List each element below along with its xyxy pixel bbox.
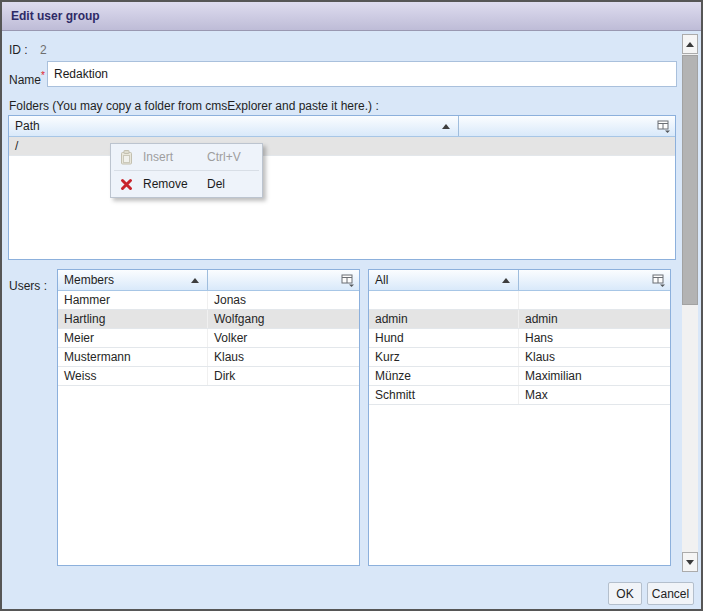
table-cell: [459, 137, 675, 155]
sort-ascending-icon: [442, 124, 450, 129]
folders-column-header-path[interactable]: Path: [9, 116, 459, 136]
all-users-table-body: adminadminHundHansKurzKlausMünzeMaximili…: [369, 291, 670, 565]
all-column-header-blank[interactable]: [519, 270, 670, 290]
table-cell: Maximilian: [519, 367, 670, 385]
users-label: Users :: [9, 279, 47, 293]
menu-item-shortcut: Ctrl+V: [207, 150, 255, 164]
table-row[interactable]: adminadmin: [369, 310, 670, 329]
scroll-down-button[interactable]: [682, 552, 698, 572]
table-cell: Hammer: [58, 291, 208, 309]
table-cell: Wolfgang: [208, 310, 359, 328]
triangle-down-icon: [686, 560, 694, 565]
clipboard-icon: [118, 150, 135, 165]
cancel-button[interactable]: Cancel: [647, 582, 694, 605]
dialog-titlebar[interactable]: Edit user group: [2, 2, 701, 31]
table-cell: Hartling: [58, 310, 208, 328]
folders-table-header[interactable]: Path: [9, 116, 675, 137]
table-row[interactable]: MeierVolker: [58, 329, 359, 348]
menu-item-shortcut: Del: [207, 177, 255, 191]
members-table-header[interactable]: Members: [58, 270, 359, 291]
ok-button[interactable]: OK: [608, 582, 642, 605]
table-cell: Meier: [58, 329, 208, 347]
table-row[interactable]: HammerJonas: [58, 291, 359, 310]
table-cell: Volker: [208, 329, 359, 347]
members-table-body: HammerJonasHartlingWolfgangMeierVolkerMu…: [58, 291, 359, 565]
all-users-table-header[interactable]: All: [369, 270, 670, 291]
table-cell: Klaus: [208, 348, 359, 366]
folders-table: Path /: [8, 115, 676, 260]
scrollbar-thumb[interactable]: [682, 55, 698, 305]
table-cell: Hund: [369, 329, 519, 347]
field-chooser-icon[interactable]: [341, 274, 355, 287]
sort-ascending-icon: [502, 278, 510, 283]
table-cell: Hans: [519, 329, 670, 347]
menu-item-remove[interactable]: Remove Del: [112, 172, 261, 196]
vertical-scrollbar[interactable]: [682, 34, 698, 572]
all-users-table: All adminadminHundHansKurzKlausMünzeMaxi…: [368, 269, 671, 566]
context-menu: Insert Ctrl+V Remove Del: [110, 143, 263, 198]
table-row[interactable]: KurzKlaus: [369, 348, 670, 367]
name-label: Name* :: [9, 70, 52, 87]
members-table: Members HammerJonasHartlingWolfgangMeier…: [57, 269, 360, 566]
table-cell: Dirk: [208, 367, 359, 385]
menu-item-label: Remove: [143, 177, 188, 191]
triangle-up-icon: [686, 42, 694, 47]
field-chooser-icon[interactable]: [657, 120, 671, 133]
table-row[interactable]: MustermannKlaus: [58, 348, 359, 367]
required-asterisk: *: [41, 70, 45, 81]
id-value: 2: [40, 43, 47, 57]
all-column-header[interactable]: All: [369, 270, 519, 290]
table-row[interactable]: HundHans: [369, 329, 670, 348]
sort-ascending-icon: [191, 278, 199, 283]
table-cell: Klaus: [519, 348, 670, 366]
members-column-header[interactable]: Members: [58, 270, 208, 290]
table-cell: Jonas: [208, 291, 359, 309]
edit-user-group-dialog: Edit user group ID : 2 Name* : Folders (…: [0, 0, 703, 611]
table-cell: Kurz: [369, 348, 519, 366]
table-cell: [519, 291, 670, 309]
table-cell: [369, 291, 519, 309]
table-cell: Weiss: [58, 367, 208, 385]
folders-table-body: /: [9, 137, 675, 259]
table-row[interactable]: HartlingWolfgang: [58, 310, 359, 329]
table-cell: admin: [369, 310, 519, 328]
table-row[interactable]: WeissDirk: [58, 367, 359, 386]
id-label: ID :: [9, 43, 28, 57]
table-row[interactable]: MünzeMaximilian: [369, 367, 670, 386]
name-input[interactable]: [47, 61, 677, 87]
folders-label: Folders (You may copy a folder from cmsE…: [9, 99, 379, 113]
table-cell: Münze: [369, 367, 519, 385]
menu-item-label: Insert: [143, 150, 173, 164]
table-row[interactable]: SchmittMax: [369, 386, 670, 405]
menu-separator: [114, 170, 259, 171]
dialog-title: Edit user group: [11, 9, 100, 23]
remove-x-icon: [118, 178, 135, 191]
field-chooser-icon[interactable]: [652, 274, 666, 287]
table-cell: admin: [519, 310, 670, 328]
table-cell: Max: [519, 386, 670, 404]
table-row[interactable]: /: [9, 137, 675, 156]
table-row[interactable]: [369, 291, 670, 310]
table-cell: Mustermann: [58, 348, 208, 366]
folders-column-header-blank[interactable]: [459, 116, 675, 136]
scroll-up-button[interactable]: [682, 34, 698, 54]
table-cell: Schmitt: [369, 386, 519, 404]
members-column-header-blank[interactable]: [208, 270, 359, 290]
menu-item-insert[interactable]: Insert Ctrl+V: [112, 145, 261, 169]
